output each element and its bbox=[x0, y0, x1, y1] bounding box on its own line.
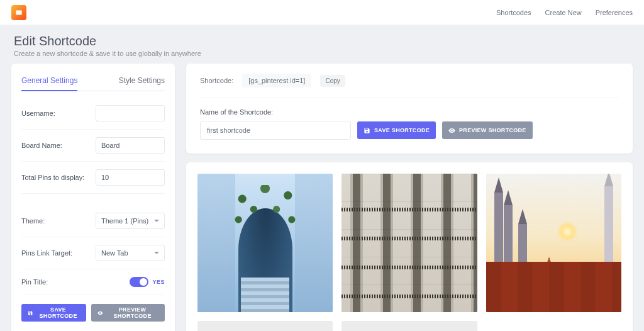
page-title: Edit Shortcode bbox=[14, 34, 630, 48]
eye-icon bbox=[97, 310, 103, 317]
pin-thumbnail[interactable] bbox=[341, 321, 477, 331]
nav-shortcodes[interactable]: Shortcodes bbox=[496, 9, 531, 16]
input-total[interactable] bbox=[96, 169, 165, 186]
app-logo bbox=[11, 5, 26, 20]
save-button-left[interactable]: SAVE SHORTCODE bbox=[21, 304, 86, 322]
preview-button-right[interactable]: PREVIEW SHORTCODE bbox=[442, 121, 533, 139]
row-total: Total Pins to display: bbox=[21, 162, 165, 194]
toggle-pintitle-state: YES bbox=[152, 279, 165, 285]
save-icon bbox=[364, 127, 370, 134]
page-header: Edit Shortcode Create a new shortcode & … bbox=[0, 25, 644, 64]
nav-preferences[interactable]: Preferences bbox=[596, 9, 633, 16]
select-target-value: New Tab bbox=[101, 249, 128, 257]
save-button-left-label: SAVE SHORTCODE bbox=[37, 306, 80, 319]
pin-thumbnail[interactable] bbox=[486, 174, 621, 312]
shortcode-label: Shortcode: bbox=[200, 77, 233, 84]
chevron-down-icon bbox=[154, 252, 159, 254]
preview-panel[interactable] bbox=[186, 162, 633, 331]
row-target: Pins Link Target: New Tab bbox=[21, 237, 165, 269]
save-button-right[interactable]: SAVE SHORTCODE bbox=[357, 121, 436, 139]
label-pintitle: Pin Title: bbox=[21, 278, 89, 286]
row-username: Username: bbox=[21, 98, 165, 130]
label-username: Username: bbox=[21, 109, 89, 117]
label-target: Pins Link Target: bbox=[21, 249, 89, 257]
select-theme-value: Theme 1 (Pins) bbox=[101, 217, 148, 225]
logo-icon bbox=[14, 8, 23, 17]
input-shortcode-name[interactable] bbox=[200, 121, 351, 140]
settings-tabs: General Settings Style Settings bbox=[21, 72, 165, 91]
input-username[interactable] bbox=[96, 105, 165, 121]
svg-rect-0 bbox=[16, 10, 21, 14]
preview-button-left-label: PREVIEW SHORTCODE bbox=[106, 306, 158, 319]
eye-icon bbox=[448, 127, 455, 134]
shortcode-code: [gs_pinterest id=1] bbox=[242, 74, 311, 87]
top-nav: Shortcodes Create New Preferences bbox=[496, 9, 633, 16]
row-board: Board Name: bbox=[21, 130, 165, 162]
pin-thumbnail[interactable] bbox=[197, 321, 333, 331]
preview-button-right-label: PREVIEW SHORTCODE bbox=[459, 127, 526, 133]
chevron-down-icon bbox=[154, 220, 159, 222]
label-total: Total Pins to display: bbox=[21, 174, 89, 181]
copy-button[interactable]: Copy bbox=[320, 75, 345, 87]
select-target[interactable]: New Tab bbox=[96, 245, 165, 261]
nav-create-new[interactable]: Create New bbox=[545, 9, 582, 16]
pin-thumbnail[interactable] bbox=[341, 174, 477, 312]
row-theme: Theme: Theme 1 (Pins) bbox=[21, 205, 165, 237]
row-pintitle: Pin Title: YES bbox=[21, 269, 165, 295]
tab-style[interactable]: Style Settings bbox=[119, 72, 165, 91]
topbar: Shortcodes Create New Preferences bbox=[0, 0, 644, 25]
input-board[interactable] bbox=[96, 137, 165, 154]
save-button-right-label: SAVE SHORTCODE bbox=[374, 127, 430, 133]
shortcode-panel: Shortcode: [gs_pinterest id=1] Copy Name… bbox=[186, 64, 633, 154]
toggle-pintitle[interactable] bbox=[130, 277, 148, 287]
preview-button-left[interactable]: PREVIEW SHORTCODE bbox=[91, 304, 165, 322]
label-theme: Theme: bbox=[21, 217, 89, 225]
shortcode-name-label: Name of the Shortcode: bbox=[200, 108, 619, 116]
page-subtitle: Create a new shortcode & save it to use … bbox=[14, 50, 630, 57]
shortcode-line: Shortcode: [gs_pinterest id=1] Copy bbox=[200, 74, 619, 98]
pin-thumbnail[interactable] bbox=[197, 174, 333, 312]
label-board: Board Name: bbox=[21, 142, 89, 149]
save-icon bbox=[28, 310, 33, 317]
select-theme[interactable]: Theme 1 (Pins) bbox=[96, 213, 165, 229]
settings-panel: General Settings Style Settings Username… bbox=[11, 64, 175, 331]
pins-grid bbox=[197, 174, 621, 331]
tab-general[interactable]: General Settings bbox=[21, 72, 77, 91]
